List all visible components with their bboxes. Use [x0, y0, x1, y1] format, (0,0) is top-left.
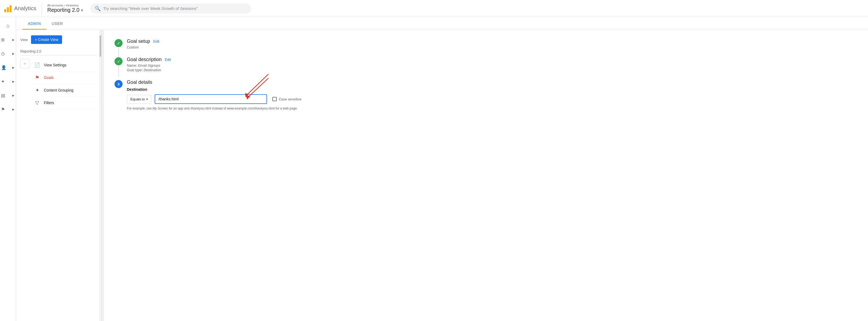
logo-area: Analytics: [4, 3, 42, 14]
audience-icon: 👤: [1, 65, 6, 70]
inner-layout: View + Create View Reporting 2.0 ← 📄 Vie…: [16, 30, 868, 321]
step-3-number: 3: [118, 82, 119, 86]
destination-row: Equals to ▾: [127, 94, 857, 104]
destination-input[interactable]: [155, 94, 267, 104]
create-view-button[interactable]: + Create View: [31, 35, 62, 44]
left-panel: View + Create View Reporting 2.0 ← 📄 Vie…: [16, 30, 102, 321]
sidebar-item-behavior[interactable]: ▤ ▶: [1, 89, 15, 102]
menu-item-label: Goals: [44, 76, 54, 80]
acquisition-icon: ✦: [1, 79, 4, 84]
tab-user[interactable]: USER: [46, 17, 68, 30]
example-text: For example, use My Screen for an app an…: [127, 106, 857, 111]
menu-item-content-grouping[interactable]: ✦ Content Grouping: [32, 84, 97, 97]
goal-step-1: ✓ Goal setup Edit Custom: [115, 38, 857, 49]
menu-item-label: View Settings: [44, 63, 67, 67]
search-icon: 🔍: [95, 6, 101, 11]
type-label: Goal type:: [127, 68, 143, 72]
goal-type-value: Destination: [144, 68, 161, 72]
flag-icon: ⚑: [1, 107, 5, 112]
step-1-icon: ✓: [115, 39, 123, 47]
step-2-icon: ✓: [115, 57, 123, 65]
vertical-divider: [102, 30, 104, 321]
menu-item-filters[interactable]: ▽ Filters: [32, 97, 97, 109]
name-label: Name:: [127, 63, 137, 67]
case-sensitive-area: Case sensitive: [272, 97, 302, 101]
sidebar-item-acquisition[interactable]: ✦ ▶: [1, 75, 15, 88]
step-1-content: Goal setup Edit Custom: [127, 38, 857, 49]
step-3-content: Goal details Destination Equals to ▾: [127, 80, 857, 111]
main-layout: ⌂ ⊞ ▶ ◷ ▶ 👤 ▶ ✦ ▶ ▤ ▶ ⚑ ▶ ADMIN: [0, 17, 868, 321]
analytics-label: Analytics: [14, 5, 36, 11]
step-1-header: Goal setup Edit: [127, 38, 857, 44]
equals-to-label: Equals to: [130, 97, 145, 101]
goal-step-2: ✓ Goal description Edit Name: Email Sign…: [115, 57, 857, 72]
equals-to-button[interactable]: Equals to ▾: [127, 95, 151, 104]
step-2-content: Goal description Edit Name: Email Signup…: [127, 57, 857, 72]
step-2-type-line: Goal type: Destination: [127, 68, 857, 72]
tab-admin[interactable]: ADMIN: [23, 17, 46, 30]
step-1-title: Goal setup: [127, 38, 150, 44]
step-3-header: Goal details: [127, 80, 857, 85]
step-2-name-line: Name: Email Signups: [127, 63, 857, 67]
search-placeholder: Try searching "Week over Week Growth of …: [103, 6, 198, 11]
home-icon: ⌂: [6, 23, 9, 29]
reporting-title-text: Reporting 2.0: [48, 7, 80, 13]
step-1-edit[interactable]: Edit: [153, 39, 159, 43]
menu-item-view-settings[interactable]: 📄 View Settings: [32, 59, 97, 71]
example-full-url: www.example.com/thankyou.html: [227, 107, 275, 110]
step-1-subtitle: Custom: [127, 45, 857, 49]
back-arrow-icon: ←: [23, 61, 27, 66]
example-my-screen: My Screen: [153, 107, 168, 110]
chevron-down-icon: ▾: [81, 8, 83, 12]
case-sensitive-label: Case sensitive: [279, 97, 302, 101]
menu-item-goals[interactable]: ⚑ Goals: [32, 71, 97, 84]
nav-arrow-icon: ▶: [12, 80, 14, 83]
step-3-icon: 3: [115, 80, 123, 88]
step-2-edit[interactable]: Edit: [165, 58, 171, 62]
view-header: View + Create View: [20, 35, 97, 44]
analytics-logo: [4, 5, 11, 12]
destination-label: Destination: [127, 87, 857, 92]
case-sensitive-checkbox[interactable]: [272, 97, 277, 101]
view-name: Reporting 2.0: [20, 48, 97, 56]
goals-icon: ⚑: [34, 75, 40, 81]
clock-icon: ◷: [1, 51, 5, 56]
filters-icon: ▽: [34, 100, 40, 106]
sidebar-item-shortcuts[interactable]: ◷ ▶: [1, 47, 15, 60]
logo-bar-1: [4, 9, 6, 12]
breadcrumb: All accounts › Victorious: [48, 4, 83, 7]
back-button[interactable]: ←: [20, 59, 30, 68]
reporting-area: All accounts › Victorious Reporting 2.0 …: [42, 4, 86, 13]
sidebar-item-dashboards[interactable]: ⊞ ▶: [1, 33, 15, 46]
checkmark-icon: ✓: [117, 41, 120, 46]
right-panel: ✓ Goal setup Edit Custom ✓: [104, 30, 868, 321]
nav-arrow-icon: ▶: [12, 94, 14, 97]
menu-item-label: Filters: [44, 101, 54, 105]
nav-arrow-icon: ▶: [12, 108, 14, 111]
sidebar-item-conversions[interactable]: ⚑ ▶: [1, 103, 15, 116]
view-settings-icon: 📄: [34, 62, 40, 68]
nav-arrow-icon: ▶: [12, 66, 14, 69]
checkmark-icon: ✓: [117, 59, 120, 64]
content-grouping-icon: ✦: [34, 87, 40, 93]
menu-item-label: Content Grouping: [44, 88, 73, 92]
reporting-title-area[interactable]: Reporting 2.0 ▾: [48, 7, 83, 13]
tabs-bar: ADMIN USER: [16, 17, 868, 30]
sidebar-item-home[interactable]: ⌂: [2, 19, 14, 32]
scroll-indicator[interactable]: [99, 30, 101, 321]
search-bar[interactable]: 🔍 Try searching "Week over Week Growth o…: [90, 3, 251, 13]
nav-arrow-icon: ▶: [12, 38, 14, 41]
equals-dropdown-icon: ▾: [146, 97, 148, 101]
step-2-title: Goal description: [127, 57, 162, 62]
step-3-title: Goal details: [127, 80, 152, 85]
step-connector-2: [118, 66, 119, 77]
nav-arrow-icon: ▶: [12, 52, 14, 55]
view-label: View: [20, 38, 28, 42]
dashboards-icon: ⊞: [1, 37, 4, 42]
sidebar-item-audience[interactable]: 👤 ▶: [1, 61, 15, 74]
sidebar-nav: ⌂ ⊞ ▶ ◷ ▶ 👤 ▶ ✦ ▶ ▤ ▶ ⚑ ▶: [0, 17, 16, 321]
content-area: ADMIN USER View + Create View Reporting …: [16, 17, 868, 321]
logo-bar-2: [7, 7, 9, 12]
scroll-thumb: [99, 35, 101, 57]
goal-name-value: Email Signups: [138, 63, 160, 67]
